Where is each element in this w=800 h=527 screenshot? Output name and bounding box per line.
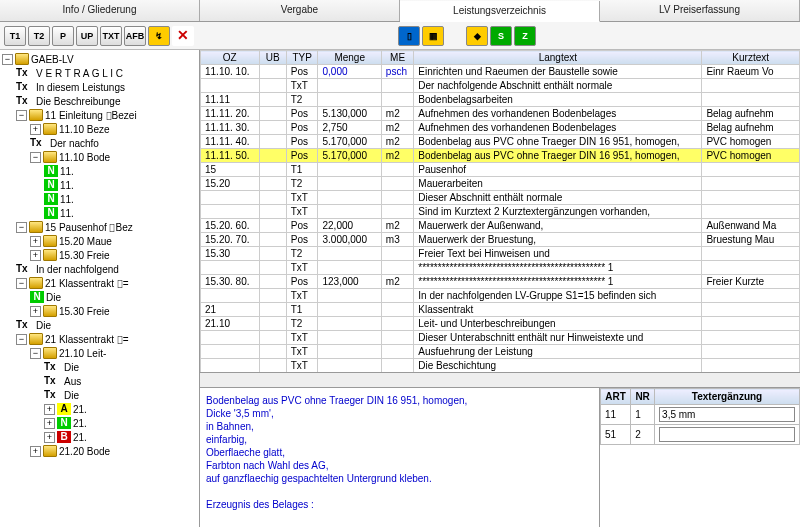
tree-item[interactable]: 21. <box>73 404 87 415</box>
btn-t1[interactable]: T1 <box>4 26 26 46</box>
expand-icon[interactable]: − <box>30 348 41 359</box>
erg-col-art[interactable]: ART <box>601 389 631 405</box>
btn-txt[interactable]: TXT <box>100 26 122 46</box>
btn-action[interactable]: ↯ <box>148 26 170 46</box>
tree-item[interactable]: Der nachfo <box>50 138 99 149</box>
table-row[interactable]: TxTSind im Kurztext 2 Kurztextergänzunge… <box>201 205 800 219</box>
tab-leistungsverzeichnis[interactable]: Leistungsverzeichnis <box>400 1 600 22</box>
tree-item[interactable]: 11.10 Beze <box>59 124 110 135</box>
btn-delete[interactable]: ✕ <box>172 26 194 46</box>
table-row[interactable]: 11.11. 30.Pos2,750m2Aufnehmen des vorhan… <box>201 121 800 135</box>
lv-grid[interactable]: OZ UB TYP Menge ME Langtext Kurztext 11.… <box>200 50 800 372</box>
tree-item[interactable]: Aus <box>64 376 81 387</box>
tree-item[interactable]: 11.10 Bode <box>59 152 110 163</box>
table-row[interactable]: TxTDieser Unterabschnitt enthält nur Hin… <box>201 331 800 345</box>
tab-info[interactable]: Info / Gliederung <box>0 0 200 21</box>
col-typ[interactable]: TYP <box>286 51 318 65</box>
erg-row[interactable]: 51 2 <box>601 425 800 445</box>
table-row[interactable]: 11.11. 20.Pos5.130,000m2Aufnehmen des vo… <box>201 107 800 121</box>
erg-input[interactable] <box>659 407 795 422</box>
expand-icon[interactable]: + <box>30 124 41 135</box>
tree-item[interactable]: 15 Pausenhof ⌷Bez <box>45 222 133 233</box>
table-row[interactable]: TxTIn der nachfolgenden LV-Gruppe S1=15 … <box>201 289 800 303</box>
table-row[interactable]: 15.20. 70.Pos3.000,000m3Mauerwerk der Br… <box>201 233 800 247</box>
erg-col-text[interactable]: Textergänzung <box>655 389 800 405</box>
h-scrollbar[interactable] <box>200 372 800 387</box>
expand-icon[interactable]: + <box>30 306 41 317</box>
tree-root[interactable]: GAEB-LV <box>31 54 74 65</box>
tree-item[interactable]: 15.30 Freie <box>59 250 110 261</box>
tree-item[interactable]: In der nachfolgend <box>36 264 119 275</box>
tree-item[interactable]: Die Beschreibunge <box>36 96 121 107</box>
table-row[interactable]: 11.11. 50.Pos5.170,000m2Bodenbelag aus P… <box>201 149 800 163</box>
tab-preiserfassung[interactable]: LV Preiserfassung <box>600 0 800 21</box>
table-row[interactable]: 11.11. 40.Pos5.170,000m2Bodenbelag aus P… <box>201 135 800 149</box>
tab-vergabe[interactable]: Vergabe <box>200 0 400 21</box>
tree-item[interactable]: 11. <box>60 208 74 219</box>
tree-item[interactable]: 15.30 Freie <box>59 306 110 317</box>
btn-blue[interactable]: ▯ <box>398 26 420 46</box>
tree-item[interactable]: V E R T R A G L I C <box>36 68 123 79</box>
col-menge[interactable]: Menge <box>318 51 381 65</box>
table-row[interactable]: TxTAusfuehrung der Leistung <box>201 345 800 359</box>
grid-scroll[interactable]: OZ UB TYP Menge ME Langtext Kurztext 11.… <box>200 50 800 372</box>
expand-icon[interactable]: + <box>44 432 55 443</box>
tree-view[interactable]: −GAEB-LV TxV E R T R A G L I C TxIn dies… <box>0 50 200 527</box>
tree-item[interactable]: Die <box>64 362 79 373</box>
table-row[interactable]: 21T1Klassentrakt <box>201 303 800 317</box>
expand-icon[interactable]: − <box>2 54 13 65</box>
col-ub[interactable]: UB <box>259 51 286 65</box>
tree-item[interactable]: 21. <box>73 418 87 429</box>
tree-item[interactable]: 15.20 Maue <box>59 236 112 247</box>
btn-p[interactable]: P <box>52 26 74 46</box>
tree-item[interactable]: Die <box>46 292 61 303</box>
tree-item[interactable]: 11. <box>60 166 74 177</box>
col-kurz[interactable]: Kurztext <box>702 51 800 65</box>
erg-table[interactable]: ART NR Textergänzung 11 1 51 2 <box>600 388 800 445</box>
expand-icon[interactable]: − <box>16 334 27 345</box>
table-row[interactable]: TxTDer nachfolgende Abschnitt enthält no… <box>201 79 800 93</box>
col-oz[interactable]: OZ <box>201 51 260 65</box>
expand-icon[interactable]: − <box>30 152 41 163</box>
btn-y2[interactable]: ▦ <box>422 26 444 46</box>
expand-icon[interactable]: + <box>30 236 41 247</box>
tree-item[interactable]: 21 Klassentrakt ⌷= <box>45 334 129 345</box>
table-row[interactable]: TxT*************************************… <box>201 261 800 275</box>
table-row[interactable]: 15.30T2Freier Text bei Hinweisen und <box>201 247 800 261</box>
tree-item[interactable]: 21 Klassentrakt ⌷= <box>45 278 129 289</box>
tree-item[interactable]: 11. <box>60 180 74 191</box>
table-row[interactable]: 15.20. 60.Pos22,000m2Mauerwerk der Außen… <box>201 219 800 233</box>
table-row[interactable]: TxTDie Beschichtung <box>201 359 800 373</box>
tree-item[interactable]: 11. <box>60 194 74 205</box>
erg-col-nr[interactable]: NR <box>631 389 655 405</box>
expand-icon[interactable]: − <box>16 278 27 289</box>
table-row[interactable]: 15.20T2Mauerarbeiten <box>201 177 800 191</box>
langtext-view[interactable]: Bodenbelag aus PVC ohne Traeger DIN 16 9… <box>200 388 600 527</box>
expand-icon[interactable]: − <box>16 222 27 233</box>
expand-icon[interactable]: + <box>30 250 41 261</box>
tree-item[interactable]: 21. <box>73 432 87 443</box>
table-row[interactable]: 21.10T2Leit- und Unterbeschreibungen <box>201 317 800 331</box>
tree-item[interactable]: Die <box>36 320 51 331</box>
tree-item[interactable]: Die <box>64 390 79 401</box>
expand-icon[interactable]: + <box>44 418 55 429</box>
erg-input[interactable] <box>659 427 795 442</box>
table-row[interactable]: TxTDieser Abschnitt enthält normale <box>201 191 800 205</box>
expand-icon[interactable]: + <box>30 446 41 457</box>
table-row[interactable]: 15T1Pausenhof <box>201 163 800 177</box>
table-row[interactable]: 11.11T2Bodenbelagsarbeiten <box>201 93 800 107</box>
expand-icon[interactable]: + <box>44 404 55 415</box>
btn-up[interactable]: UP <box>76 26 98 46</box>
col-me[interactable]: ME <box>381 51 413 65</box>
btn-afb[interactable]: AFB <box>124 26 146 46</box>
table-row[interactable]: 15.30. 80.Pos123,000m2******************… <box>201 275 800 289</box>
tree-item[interactable]: In diesem Leistungs <box>36 82 125 93</box>
btn-s[interactable]: S <box>490 26 512 46</box>
btn-y3[interactable]: ◆ <box>466 26 488 46</box>
col-lang[interactable]: Langtext <box>414 51 702 65</box>
tree-item[interactable]: 21.20 Bode <box>59 446 110 457</box>
erg-row[interactable]: 11 1 <box>601 405 800 425</box>
tree-item[interactable]: 11 Einleitung ⌷Bezei <box>45 110 137 121</box>
expand-icon[interactable]: − <box>16 110 27 121</box>
tree-item[interactable]: 21.10 Leit- <box>59 348 106 359</box>
